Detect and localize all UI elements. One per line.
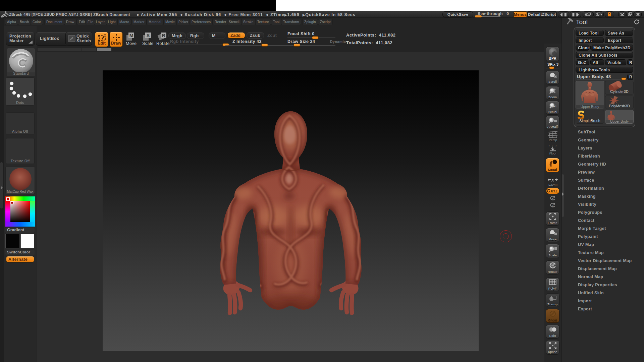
svg-text:Y: Y <box>552 197 554 200</box>
svg-text:M: M <box>129 33 133 38</box>
svg-text:x1: x1 <box>553 105 556 108</box>
svg-text:S: S <box>147 33 150 38</box>
svg-text:Z: Z <box>552 204 554 207</box>
svg-text:R: R <box>162 33 165 38</box>
svg-text:XYZ: XYZ <box>551 189 558 193</box>
